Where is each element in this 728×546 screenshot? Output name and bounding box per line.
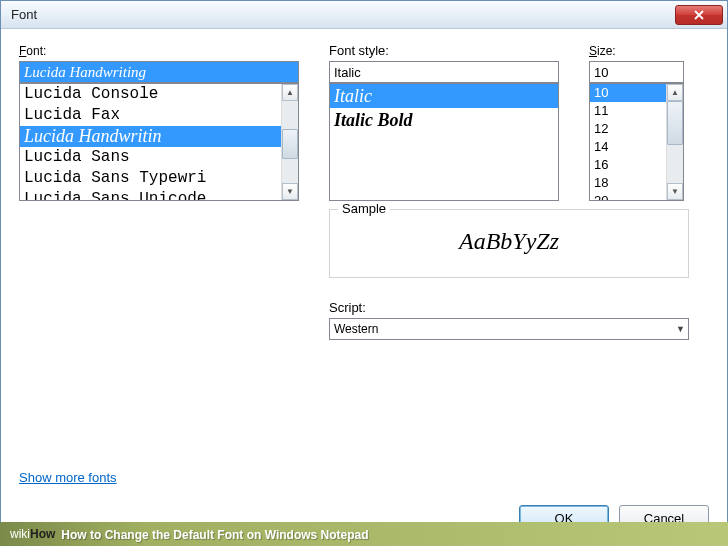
- script-section: Script: Western ▼: [329, 300, 689, 340]
- scroll-down-button[interactable]: ▼: [282, 183, 298, 200]
- scroll-down-button[interactable]: ▼: [667, 183, 683, 200]
- font-listbox[interactable]: Lucida Console Lucida Fax Lucida Handwri…: [19, 83, 299, 201]
- font-dialog: Font Font: Lucida Console Lucida Fax Luc…: [0, 0, 728, 546]
- list-item[interactable]: Italic Bold: [330, 108, 558, 132]
- scroll-up-button[interactable]: ▲: [667, 84, 683, 101]
- close-icon: [694, 10, 704, 20]
- list-item[interactable]: Lucida Fax: [20, 105, 281, 126]
- script-combobox[interactable]: Western ▼: [329, 318, 689, 340]
- font-input[interactable]: [19, 61, 299, 83]
- size-input[interactable]: [589, 61, 684, 83]
- scrollbar[interactable]: ▲ ▼: [281, 84, 298, 200]
- show-more-fonts-link[interactable]: Show more fonts: [19, 470, 117, 485]
- list-item[interactable]: 11: [590, 102, 666, 120]
- list-item[interactable]: Lucida Handwritin: [20, 126, 281, 147]
- style-input[interactable]: [329, 61, 559, 83]
- script-value: Western: [334, 322, 378, 336]
- list-item[interactable]: Lucida Sans Unicode: [20, 189, 281, 200]
- titlebar: Font: [1, 1, 727, 29]
- top-row: Font: Lucida Console Lucida Fax Lucida H…: [19, 43, 709, 201]
- list-item[interactable]: 12: [590, 120, 666, 138]
- scrollbar[interactable]: ▲ ▼: [666, 84, 683, 200]
- close-button[interactable]: [675, 5, 723, 25]
- style-listbox[interactable]: Italic Italic Bold: [329, 83, 559, 201]
- link-row: Show more fonts: [19, 440, 709, 485]
- size-column: Size: 10 11 12 14 16 18 20 ▲: [589, 43, 684, 201]
- list-item[interactable]: Lucida Sans: [20, 147, 281, 168]
- scroll-thumb[interactable]: [282, 129, 298, 159]
- script-label: Script:: [329, 300, 689, 315]
- dialog-content: Font: Lucida Console Lucida Fax Lucida H…: [1, 29, 727, 495]
- sample-label: Sample: [338, 201, 390, 216]
- style-label: Font style:: [329, 43, 559, 58]
- chevron-down-icon: ▼: [676, 324, 685, 334]
- scroll-thumb[interactable]: [667, 101, 683, 145]
- scroll-track[interactable]: [282, 101, 298, 183]
- caption-title: How to Change the Default Font on Window…: [61, 526, 368, 542]
- list-item[interactable]: 16: [590, 156, 666, 174]
- list-item[interactable]: Lucida Console: [20, 84, 281, 105]
- brand-text: wikiHow: [10, 526, 55, 542]
- sample-preview: AaBbYyZz: [340, 228, 678, 255]
- list-item[interactable]: Italic: [330, 84, 558, 108]
- font-column: Font: Lucida Console Lucida Fax Lucida H…: [19, 43, 299, 201]
- sample-section: Sample AaBbYyZz: [329, 209, 689, 278]
- size-listbox[interactable]: 10 11 12 14 16 18 20 ▲ ▼: [589, 83, 684, 201]
- caption-bar: wikiHow How to Change the Default Font o…: [0, 522, 728, 546]
- size-label: Size:: [589, 43, 684, 58]
- sample-groupbox: Sample AaBbYyZz: [329, 209, 689, 278]
- list-item[interactable]: 20: [590, 192, 666, 200]
- scroll-up-button[interactable]: ▲: [282, 84, 298, 101]
- list-item[interactable]: Lucida Sans Typewri: [20, 168, 281, 189]
- scroll-track[interactable]: [667, 101, 683, 183]
- list-item[interactable]: 10: [590, 84, 666, 102]
- style-column: Font style: Italic Italic Bold: [329, 43, 559, 201]
- dialog-title: Font: [11, 7, 675, 22]
- list-item[interactable]: 14: [590, 138, 666, 156]
- list-item[interactable]: 18: [590, 174, 666, 192]
- font-label: Font:: [19, 43, 299, 58]
